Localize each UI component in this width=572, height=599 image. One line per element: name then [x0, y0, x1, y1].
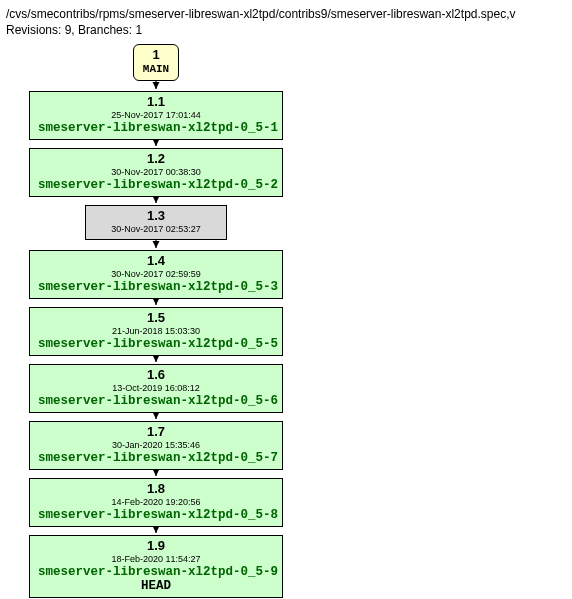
repo-summary: Revisions: 9, Branches: 1	[6, 22, 566, 38]
header-block: /cvs/smecontribs/rpms/smeserver-libreswa…	[6, 6, 566, 38]
revision-tag: smeserver-libreswan-xl2tpd-0_5-1	[38, 121, 274, 135]
revision-tag: smeserver-libreswan-xl2tpd-0_5-7	[38, 451, 274, 465]
revision-node: 1.5 21-Jun-2018 15:03:30 smeserver-libre…	[29, 307, 283, 356]
revision-version: 1.3	[94, 209, 218, 224]
revision-date: 14-Feb-2020 19:20:56	[38, 497, 274, 507]
revision-tag: smeserver-libreswan-xl2tpd-0_5-5	[38, 337, 274, 351]
revision-node: 1.3 30-Nov-2017 02:53:27	[85, 205, 227, 239]
root-label: MAIN	[142, 63, 170, 76]
revision-date: 25-Nov-2017 17:01:44	[38, 110, 274, 120]
revision-version: 1.2	[38, 152, 274, 167]
revision-date: 18-Feb-2020 11:54:27	[38, 554, 274, 564]
revision-date: 21-Jun-2018 15:03:30	[38, 326, 274, 336]
branch-root-node: 1 MAIN	[133, 44, 179, 81]
revision-version: 1.5	[38, 311, 274, 326]
revision-date: 30-Jan-2020 15:35:46	[38, 440, 274, 450]
revision-tag: smeserver-libreswan-xl2tpd-0_5-3	[38, 280, 274, 294]
revision-version: 1.4	[38, 254, 274, 269]
revision-tag: smeserver-libreswan-xl2tpd-0_5-6	[38, 394, 274, 408]
revision-graph: 1 MAIN 1.1 25-Nov-2017 17:01:44 smeserve…	[6, 44, 566, 599]
revision-node-head: 1.9 18-Feb-2020 11:54:27 smeserver-libre…	[29, 535, 283, 598]
revision-node: 1.1 25-Nov-2017 17:01:44 smeserver-libre…	[29, 91, 283, 140]
repo-path: /cvs/smecontribs/rpms/smeserver-libreswa…	[6, 6, 566, 22]
root-number: 1	[142, 48, 170, 63]
revision-tag: smeserver-libreswan-xl2tpd-0_5-9	[38, 565, 274, 579]
revision-head: HEAD	[38, 579, 274, 593]
revision-date: 30-Nov-2017 02:53:27	[94, 224, 218, 234]
revision-version: 1.6	[38, 368, 274, 383]
revision-version: 1.8	[38, 482, 274, 497]
revision-date: 13-Oct-2019 16:08:12	[38, 383, 274, 393]
revision-date: 30-Nov-2017 00:38:30	[38, 167, 274, 177]
revision-tag: smeserver-libreswan-xl2tpd-0_5-8	[38, 508, 274, 522]
revision-node: 1.6 13-Oct-2019 16:08:12 smeserver-libre…	[29, 364, 283, 413]
revision-version: 1.7	[38, 425, 274, 440]
revision-node: 1.8 14-Feb-2020 19:20:56 smeserver-libre…	[29, 478, 283, 527]
revision-tag: smeserver-libreswan-xl2tpd-0_5-2	[38, 178, 274, 192]
revision-node: 1.4 30-Nov-2017 02:59:59 smeserver-libre…	[29, 250, 283, 299]
revision-node: 1.7 30-Jan-2020 15:35:46 smeserver-libre…	[29, 421, 283, 470]
revision-version: 1.9	[38, 539, 274, 554]
revision-date: 30-Nov-2017 02:59:59	[38, 269, 274, 279]
revision-node: 1.2 30-Nov-2017 00:38:30 smeserver-libre…	[29, 148, 283, 197]
revision-version: 1.1	[38, 95, 274, 110]
